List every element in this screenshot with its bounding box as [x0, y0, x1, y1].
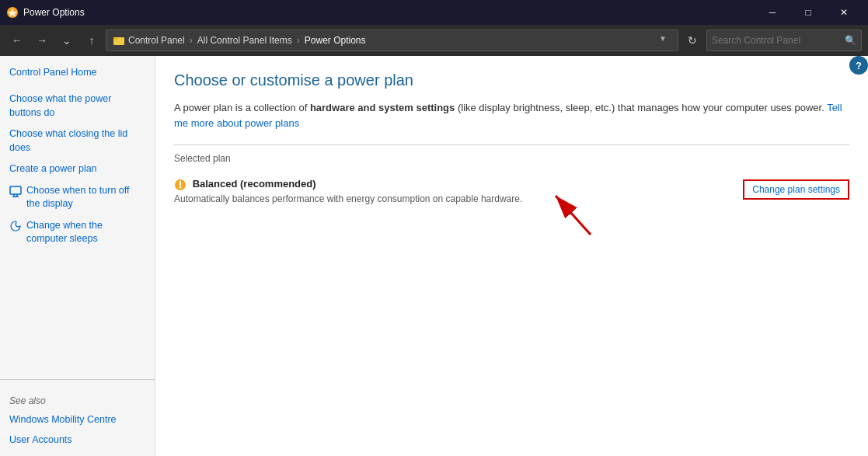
desc-part1: A power plan is a collection of — [174, 102, 310, 113]
svg-rect-3 — [113, 38, 118, 40]
search-input[interactable] — [712, 35, 845, 46]
plan-name: Balanced (recommended) — [174, 178, 730, 191]
desc-part2: (like display brightness, sleep, etc.) t… — [455, 102, 827, 113]
display-icon — [9, 185, 22, 197]
user-accounts-link[interactable]: User Accounts — [0, 430, 155, 450]
breadcrumb-sep-1: › — [190, 35, 193, 46]
forward-button[interactable]: → — [31, 30, 53, 51]
app-icon — [6, 6, 19, 19]
content-panel: ? Choose or customise a power plan A pow… — [155, 56, 868, 456]
window-title: Power Options — [23, 7, 755, 18]
see-also-label: See also — [0, 386, 155, 409]
help-button[interactable]: ? — [849, 56, 868, 75]
search-box[interactable]: 🔍 — [706, 30, 862, 51]
selected-plan-section: Selected plan Balanced (recommended) Aut… — [174, 144, 849, 211]
sidebar: Control Panel Home Choose what the power… — [0, 56, 155, 456]
sidebar-link-power-buttons[interactable]: Choose what the power buttons do — [0, 89, 155, 124]
maximize-button[interactable]: □ — [790, 0, 826, 25]
sidebar-link-closing-lid[interactable]: Choose what closing the lid does — [0, 124, 155, 158]
titlebar: Power Options ─ □ ✕ — [0, 0, 868, 25]
plan-info: Balanced (recommended) Automatically bal… — [174, 178, 730, 204]
sidebar-link-computer-sleeps[interactable]: Change when the computer sleeps — [0, 215, 155, 250]
address-bar[interactable]: Control Panel › All Control Panel Items … — [106, 30, 678, 51]
breadcrumb-sep-2: › — [297, 35, 300, 46]
selected-plan-label: Selected plan — [174, 153, 849, 164]
sidebar-link-closing-lid-text: Choose what closing the lid does — [9, 127, 145, 155]
desc-bold: hardware and system settings — [310, 102, 455, 113]
up-button[interactable]: ↑ — [81, 30, 103, 51]
balanced-plan-icon — [174, 179, 186, 191]
breadcrumb-current[interactable]: Power Options — [305, 35, 366, 46]
change-plan-button[interactable]: Change plan settings — [743, 179, 849, 200]
close-button[interactable]: ✕ — [826, 0, 862, 25]
breadcrumb-all-items[interactable]: All Control Panel Items — [197, 35, 292, 46]
address-dropdown-icon[interactable]: ▼ — [659, 34, 671, 47]
main-area: Control Panel Home Choose what the power… — [0, 56, 868, 456]
sidebar-link-turn-off-display[interactable]: Choose when to turn off the display — [0, 180, 155, 215]
refresh-button[interactable]: ↻ — [682, 30, 703, 51]
page-title: Choose or customise a power plan — [174, 71, 849, 89]
plan-row: Balanced (recommended) Automatically bal… — [174, 172, 849, 211]
svg-rect-9 — [180, 181, 181, 186]
dropdown-button[interactable]: ⌄ — [56, 30, 78, 51]
back-button[interactable]: ← — [6, 30, 28, 51]
windows-mobility-link[interactable]: Windows Mobility Centre — [0, 409, 155, 430]
svg-rect-4 — [10, 186, 21, 194]
search-icon: 🔍 — [845, 35, 856, 46]
sidebar-link-computer-sleeps-text: Change when the computer sleeps — [26, 219, 145, 246]
sleep-icon — [9, 220, 22, 232]
folder-icon — [113, 34, 125, 47]
sidebar-link-create-plan[interactable]: Create a power plan — [0, 158, 155, 180]
plan-detail: Automatically balances performance with … — [174, 193, 730, 204]
sidebar-main: Control Panel Home Choose what the power… — [0, 62, 155, 379]
addressbar: ← → ⌄ ↑ Control Panel › All Control Pane… — [0, 25, 868, 56]
sidebar-link-turn-off-display-text: Choose when to turn off the display — [26, 184, 145, 211]
control-panel-home-link[interactable]: Control Panel Home — [0, 62, 155, 82]
svg-point-10 — [180, 186, 182, 188]
breadcrumb-control-panel[interactable]: Control Panel — [128, 35, 185, 46]
sidebar-bottom: See also Windows Mobility Centre User Ac… — [0, 379, 155, 450]
sidebar-link-create-plan-text: Create a power plan — [9, 162, 97, 176]
minimize-button[interactable]: ─ — [755, 0, 790, 25]
page-description: A power plan is a collection of hardware… — [174, 100, 849, 131]
window-controls: ─ □ ✕ — [755, 0, 862, 25]
sidebar-link-power-buttons-text: Choose what the power buttons do — [9, 92, 145, 120]
